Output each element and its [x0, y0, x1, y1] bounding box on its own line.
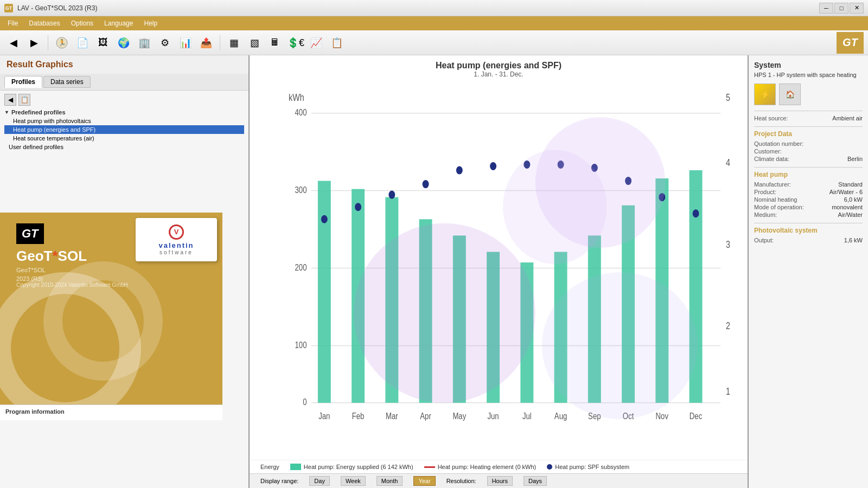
svg-text:Feb: Feb [352, 410, 365, 421]
filter2-button[interactable]: ▧ [245, 34, 264, 52]
chart-button[interactable]: 📊 [176, 34, 195, 52]
menu-help[interactable]: Help [138, 17, 163, 29]
svg-point-31 [355, 203, 361, 211]
predefined-profiles-label: ▼ Predefined profiles [4, 109, 244, 115]
right-panel: System HPS 1 - HP system with space heat… [749, 55, 868, 488]
manufacturer-label: Manufacturer: [754, 181, 791, 188]
legend-red-dash [424, 466, 435, 468]
svg-text:1: 1 [726, 386, 730, 396]
customer-row: Customer: [754, 147, 863, 155]
back-button[interactable]: ◀ [4, 34, 23, 52]
svg-point-30 [321, 215, 328, 223]
tab-profiles[interactable]: Profiles [4, 76, 42, 88]
boiler-icon: 🏠 [779, 84, 801, 105]
climate-button[interactable]: 🖼 [94, 34, 112, 52]
profile-item-energies-spf[interactable]: Heat pump (energies and SPF) [4, 125, 244, 134]
heat-pump-icon: ⚡ [754, 84, 776, 105]
profile-item-temperatures[interactable]: Heat source temperatures (air) [4, 134, 244, 143]
legend-heating-label: Heat pump: Heating element (0 kWh) [438, 464, 537, 470]
svg-text:0: 0 [303, 397, 307, 407]
range-year[interactable]: Year [413, 476, 435, 486]
product-value: Air/Water - 6 [829, 189, 863, 195]
forward-button[interactable]: ▶ [25, 34, 43, 52]
profile-nav-back[interactable]: ◀ [4, 94, 16, 106]
money-button[interactable]: 💲€ [286, 34, 305, 52]
program-info: Program information [0, 404, 222, 420]
resolution-hours[interactable]: Hours [487, 476, 513, 486]
building-button[interactable]: 🏢 [135, 34, 154, 52]
project-data-section: Project Data Quotation number: Customer:… [754, 130, 863, 163]
chart-area: kWh 5 4 3 2 1 400 300 200 100 0 [250, 79, 748, 460]
tab-dataseries[interactable]: Data series [43, 76, 91, 88]
svg-text:kWh: kWh [289, 92, 304, 102]
maximize-button[interactable]: □ [834, 3, 848, 14]
svg-point-32 [388, 191, 395, 199]
profile-nav: ◀ 📋 [4, 94, 244, 106]
resolution-days[interactable]: Days [524, 476, 547, 486]
customer-label: Customer: [754, 148, 782, 155]
resolution-label: Resolution: [446, 478, 476, 484]
climate-value: Berlin [847, 156, 863, 162]
pdf-button[interactable]: 📋 [328, 34, 346, 52]
run-button[interactable]: 🏃 [53, 34, 71, 52]
version-line2: 2023 (R3) [16, 275, 127, 282]
valentin-name: valentin [158, 241, 194, 249]
menu-file[interactable]: File [2, 17, 23, 29]
display-range-label: Display range: [260, 478, 298, 484]
nominal-heating-row: Nominal heating 6,0 kW [754, 196, 863, 203]
svg-text:200: 200 [295, 262, 307, 273]
left-panel: Result Graphics Profiles Data series ◀ 📋… [0, 55, 250, 488]
svg-text:Dec: Dec [690, 410, 703, 421]
svg-point-34 [456, 166, 463, 174]
page-title: Result Graphics [0, 55, 248, 74]
menu-options[interactable]: Options [66, 17, 99, 29]
close-button[interactable]: ✕ [850, 3, 864, 14]
heat-source-label: Heat source: [754, 115, 788, 121]
minimize-button[interactable]: ─ [819, 3, 833, 14]
output-label: Output: [754, 237, 774, 243]
svg-text:2: 2 [726, 320, 730, 331]
range-day[interactable]: Day [309, 476, 330, 486]
energy-label: Energy [260, 464, 279, 470]
open-file-button[interactable]: 📄 [73, 34, 92, 52]
globe-button[interactable]: 🌍 [114, 34, 133, 52]
profile-item-photovoltaics[interactable]: Heat pump with photovoltaics [4, 117, 244, 125]
svg-text:Mar: Mar [386, 410, 398, 421]
svg-point-41 [693, 209, 699, 217]
quotation-label: Quotation number: [754, 140, 803, 147]
profile-nav-copy[interactable]: 📋 [18, 94, 30, 106]
title-bar-controls[interactable]: ─ □ ✕ [819, 3, 864, 14]
version-line1: GeoT*SOL [16, 267, 127, 273]
svg-point-35 [490, 162, 496, 170]
pump-button[interactable]: ⚙ [156, 34, 174, 52]
chart-legend: Energy Heat pump: Energy supplied (6 142… [250, 460, 748, 473]
valentin-card: V valentin software [136, 218, 217, 261]
toolbar-sep-1 [48, 35, 48, 50]
range-month[interactable]: Month [376, 476, 403, 486]
svg-text:Aug: Aug [554, 410, 567, 421]
climate-row: Climate data: Berlin [754, 155, 863, 163]
medium-row: Medium: Air/Water [754, 211, 863, 219]
menu-databases[interactable]: Databases [23, 17, 65, 29]
nominal-heating-value: 6,0 kW [844, 196, 863, 203]
title-bar: GT LAV - GeoT*SOL 2023 (R3) ─ □ ✕ [0, 0, 868, 16]
export-button[interactable]: 📤 [197, 34, 215, 52]
menu-language[interactable]: Language [99, 17, 138, 29]
legend-energy-label: Heat pump: Energy supplied (6 142 kWh) [304, 464, 413, 470]
filter1-button[interactable]: ▦ [225, 34, 243, 52]
legend-energy-supplied: Heat pump: Energy supplied (6 142 kWh) [290, 464, 413, 470]
svg-text:Nov: Nov [656, 410, 669, 421]
divider-3 [754, 167, 863, 168]
calc-button[interactable]: 🖩 [266, 34, 284, 52]
product-label: Product: [754, 189, 776, 195]
graph-button[interactable]: 📈 [307, 34, 326, 52]
program-info-title: Program information [5, 408, 217, 415]
system-value-text: HPS 1 - HP system with space heating [754, 72, 863, 78]
user-defined-profiles-label[interactable]: User defined profiles [4, 143, 244, 151]
chart-subtitle: 1. Jan. - 31. Dec. [250, 70, 748, 78]
system-section-label: System [754, 61, 863, 69]
legend-spf-label: Heat pump: SPF subsystem [555, 464, 629, 470]
range-week[interactable]: Week [341, 476, 366, 486]
svg-point-55 [542, 272, 698, 419]
system-icons: ⚡ 🏠 [754, 84, 863, 105]
